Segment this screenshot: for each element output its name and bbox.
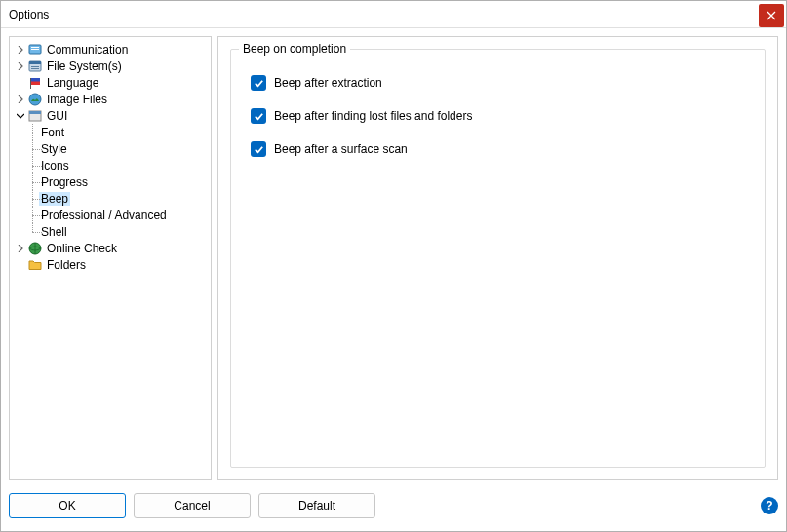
chevron-right-icon[interactable] <box>14 242 27 255</box>
tree-item-file-systems[interactable]: File System(s) <box>12 57 209 74</box>
svg-rect-5 <box>31 66 39 67</box>
tree-label: Progress <box>39 175 90 189</box>
beep-surface-scan-checkbox[interactable] <box>251 141 266 157</box>
chevron-right-icon[interactable] <box>14 59 27 73</box>
button-bar: OK Cancel Default ? <box>1 488 786 531</box>
tree-item-gui[interactable]: GUI <box>12 107 209 124</box>
tree-item-beep[interactable]: Beep <box>12 190 209 207</box>
svg-rect-4 <box>29 61 41 64</box>
help-button[interactable]: ? <box>761 497 778 514</box>
checkbox-label: Beep after finding lost files and folder… <box>274 109 472 123</box>
tree-item-online-check[interactable]: Online Check <box>12 240 209 256</box>
tree-label: Icons <box>39 159 71 172</box>
cancel-button[interactable]: Cancel <box>134 493 251 518</box>
flag-icon <box>27 75 43 91</box>
svg-rect-1 <box>31 47 39 48</box>
groupbox-title: Beep on completion <box>239 42 350 56</box>
svg-rect-2 <box>31 49 39 50</box>
checkbox-row: Beep after finding lost files and folder… <box>251 108 745 124</box>
tree-item-style[interactable]: Style <box>12 140 209 157</box>
close-button[interactable] <box>759 4 784 27</box>
options-dialog: Options Communication <box>0 0 787 532</box>
settings-panel: Beep on completion Beep after extraction… <box>217 36 778 480</box>
window-title: Options <box>9 8 49 21</box>
svg-point-10 <box>29 94 41 105</box>
dialog-body: Communication File System(s) <box>1 28 786 488</box>
tree-item-font[interactable]: Font <box>12 124 209 140</box>
tree-label: Style <box>39 142 69 156</box>
checkbox-row: Beep after a surface scan <box>251 141 745 157</box>
tree-label: File System(s) <box>45 59 124 73</box>
svg-rect-6 <box>31 68 39 69</box>
tree-item-shell[interactable]: Shell <box>12 223 209 240</box>
chevron-right-icon[interactable] <box>14 93 27 106</box>
chevron-right-icon[interactable] <box>14 43 27 57</box>
communication-icon <box>27 42 43 57</box>
tree-label: Professional / Advanced <box>39 209 169 222</box>
close-icon <box>767 11 776 20</box>
titlebar: Options <box>1 1 786 28</box>
tree-label: Folders <box>45 258 88 272</box>
checkbox-row: Beep after extraction <box>251 75 745 91</box>
tree-label: Beep <box>39 192 70 206</box>
default-button[interactable]: Default <box>258 493 375 518</box>
globe-icon <box>27 241 43 256</box>
tree-label: Communication <box>45 43 130 57</box>
check-icon <box>254 144 264 155</box>
check-icon <box>254 111 264 122</box>
chevron-down-icon[interactable] <box>14 109 27 123</box>
ok-button[interactable]: OK <box>9 493 126 518</box>
window-icon <box>27 108 43 124</box>
svg-rect-9 <box>30 78 31 89</box>
tree-item-professional[interactable]: Professional / Advanced <box>12 207 209 223</box>
svg-rect-8 <box>30 78 40 82</box>
tree-item-communication[interactable]: Communication <box>12 41 209 57</box>
tree-label: GUI <box>45 109 69 123</box>
tree-label: Online Check <box>45 242 119 255</box>
beep-extraction-checkbox[interactable] <box>251 75 266 91</box>
tree-label: Image Files <box>45 93 109 106</box>
beep-lost-files-checkbox[interactable] <box>251 108 266 124</box>
category-tree[interactable]: Communication File System(s) <box>9 36 212 480</box>
image-icon <box>27 92 43 107</box>
check-icon <box>254 78 264 89</box>
question-icon: ? <box>766 499 772 513</box>
tree-item-folders[interactable]: Folders <box>12 256 209 273</box>
checkbox-label: Beep after a surface scan <box>274 142 408 156</box>
folder-icon <box>27 257 43 273</box>
tree-item-image-files[interactable]: Image Files <box>12 91 209 107</box>
tree-label: Font <box>39 126 66 139</box>
disk-icon <box>27 58 43 74</box>
tree-item-progress[interactable]: Progress <box>12 173 209 190</box>
checkbox-label: Beep after extraction <box>274 76 382 90</box>
tree-item-language[interactable]: Language <box>12 74 209 91</box>
beep-groupbox: Beep on completion Beep after extraction… <box>230 49 766 468</box>
tree-label: Shell <box>39 225 69 239</box>
tree-label: Language <box>45 76 100 90</box>
svg-rect-12 <box>29 111 41 114</box>
tree-item-icons[interactable]: Icons <box>12 157 209 173</box>
